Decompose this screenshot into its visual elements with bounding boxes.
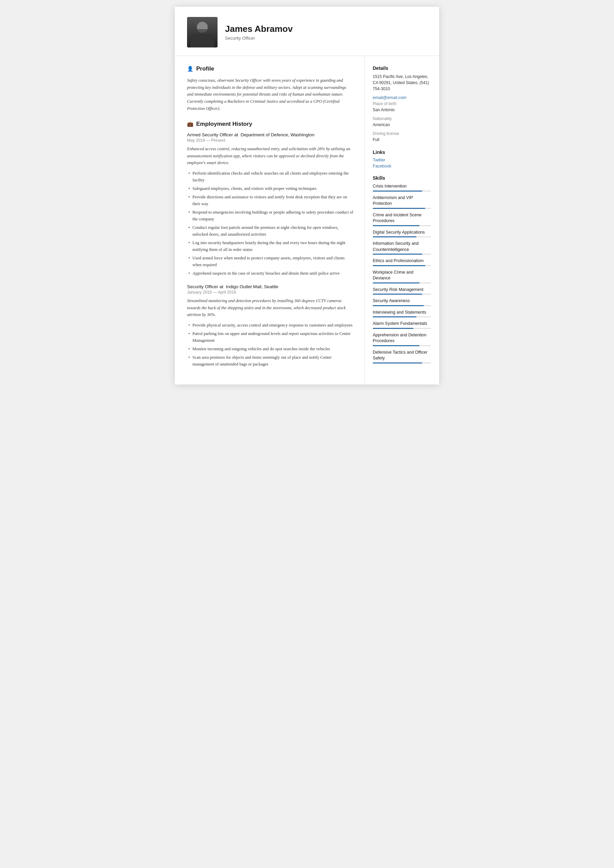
skills-list: Crisis Intervention Antiterrorism and VI… — [373, 183, 431, 363]
skill-item: Apprehension and Detention Procedures — [373, 332, 431, 346]
job-1-desc: Enhanced access control, reducing unauth… — [187, 146, 354, 166]
avatar — [187, 17, 217, 48]
avatar-body — [191, 34, 214, 48]
skill-bar-fill — [373, 236, 416, 238]
skills-section: Skills Crisis Intervention Antiterrorism… — [373, 175, 431, 363]
skill-bar — [373, 305, 431, 306]
list-item: Safeguard employees, clients, and visito… — [187, 185, 354, 192]
place-of-birth-value: San Antonio — [373, 107, 431, 113]
skill-bar-fill — [373, 208, 425, 209]
skill-bar-fill — [373, 254, 422, 255]
skill-name: Antiterrorism and VIP Protection — [373, 195, 431, 207]
skill-name: Information Security and Counterintellig… — [373, 241, 431, 253]
skill-bar-fill — [373, 345, 420, 346]
list-item: Scan area premises for objects and items… — [187, 354, 354, 368]
skill-bar-fill — [373, 225, 420, 226]
header-info: James Abramov Security Officer — [225, 24, 293, 41]
skill-name: Security Risk Management — [373, 287, 431, 293]
links-section: Links Twitter Facebook — [373, 149, 431, 169]
list-item: Monitor incoming and outgoing vehicles a… — [187, 346, 354, 352]
right-column: Details 1515 Pacific Ave, Los Angeles, C… — [364, 56, 439, 385]
skill-name: Digital Security Applications — [373, 230, 431, 236]
skill-bar-fill — [373, 293, 422, 295]
skill-bar — [373, 265, 431, 266]
skill-item: Security Awareness — [373, 298, 431, 306]
employment-heading: 💼 Employment History — [187, 121, 354, 127]
details-section: Details 1515 Pacific Ave, Los Angeles, C… — [373, 65, 431, 143]
candidate-title: Security Officer — [225, 36, 293, 41]
links-heading: Links — [373, 149, 431, 155]
driving-license-label: Driving license — [373, 131, 431, 136]
details-email[interactable]: email@email.com — [373, 95, 431, 100]
skill-bar — [373, 225, 431, 226]
skill-name: Security Awareness — [373, 298, 431, 304]
skill-name: Alarm System Fundamentals — [373, 321, 431, 327]
skill-bar — [373, 328, 431, 329]
facebook-link[interactable]: Facebook — [373, 164, 431, 169]
job-2-title: Security Officer at Indigo Outlet Mall, … — [187, 284, 354, 289]
list-item: Log into security headquarters hourly du… — [187, 239, 354, 253]
twitter-link[interactable]: Twitter — [373, 158, 431, 162]
list-item: Used armed force when needed to protect … — [187, 255, 354, 268]
skill-item: Information Security and Counterintellig… — [373, 241, 431, 255]
employment-icon: 💼 — [187, 121, 194, 127]
skill-bar-fill — [373, 305, 424, 306]
skill-item: Crime and Incident Scene Procedures — [373, 212, 431, 226]
skill-bar — [373, 293, 431, 295]
skill-bar-fill — [373, 283, 420, 283]
skill-item: Workplace Crime and Deviance — [373, 270, 431, 283]
skill-bar-fill — [373, 328, 413, 329]
candidate-name: James Abramov — [225, 24, 293, 34]
job-2: Security Officer at Indigo Outlet Mall, … — [187, 284, 354, 368]
skill-bar-fill — [373, 191, 422, 192]
skill-bar-fill — [373, 265, 425, 266]
skill-item: Crisis Intervention — [373, 183, 431, 192]
list-item: Provide directions and assistance to vis… — [187, 194, 354, 207]
skill-bar — [373, 191, 431, 192]
skill-item: Ethics and Professionalism — [373, 258, 431, 266]
header: James Abramov Security Officer — [175, 7, 439, 56]
skill-item: Defensive Tactics and Officer Safety — [373, 349, 431, 363]
job-2-bullets: Provide physical security, access contro… — [187, 322, 354, 368]
job-1: Armed Security Officer at Department of … — [187, 132, 354, 277]
skill-item: Antiterrorism and VIP Protection — [373, 195, 431, 209]
place-of-birth-label: Place of birth — [373, 101, 431, 106]
nationality-label: Nationality — [373, 116, 431, 121]
skills-heading: Skills — [373, 175, 431, 181]
skill-item: Digital Security Applications — [373, 230, 431, 238]
job-1-date: May 2019 — Present — [187, 138, 354, 143]
skill-bar — [373, 362, 431, 363]
list-item: Perform identification checks and vehicl… — [187, 170, 354, 183]
resume-container: James Abramov Security Officer 👤 Profile… — [175, 7, 439, 385]
skill-name: Interviewing and Statements — [373, 309, 431, 316]
skill-name: Crime and Incident Scene Procedures — [373, 212, 431, 224]
left-column: 👤 Profile Safety conscious, observant Se… — [175, 56, 364, 385]
skill-bar — [373, 316, 431, 317]
list-item: Conduct regular foot patrols around the … — [187, 224, 354, 238]
main-layout: 👤 Profile Safety conscious, observant Se… — [175, 56, 439, 385]
profile-icon: 👤 — [187, 66, 194, 72]
skill-item: Security Risk Management — [373, 287, 431, 295]
employment-section: 💼 Employment History Armed Security Offi… — [187, 121, 354, 368]
profile-text: Safety conscious, observant Security Off… — [187, 77, 354, 112]
job-2-desc: Streamlined monitoring and detection pro… — [187, 297, 354, 318]
skill-bar — [373, 236, 431, 238]
details-heading: Details — [373, 65, 431, 71]
skill-bar-fill — [373, 316, 416, 317]
skill-name: Apprehension and Detention Procedures — [373, 332, 431, 344]
skill-name: Ethics and Professionalism — [373, 258, 431, 264]
list-item: Patrol parking lots on upper and undergr… — [187, 330, 354, 344]
list-item: Respond to emergencies involving buildin… — [187, 209, 354, 222]
avatar-silhouette — [187, 17, 217, 48]
job-1-title: Armed Security Officer at Department of … — [187, 132, 354, 137]
skill-bar — [373, 208, 431, 209]
driving-license-value: Full — [373, 137, 431, 143]
skill-bar — [373, 254, 431, 255]
skill-name: Workplace Crime and Deviance — [373, 270, 431, 281]
skill-bar-fill — [373, 362, 422, 363]
details-address: 1515 Pacific Ave, Los Angeles, CA 90291,… — [373, 74, 431, 92]
skill-item: Interviewing and Statements — [373, 309, 431, 318]
profile-section: 👤 Profile Safety conscious, observant Se… — [187, 65, 354, 112]
list-item: Apprehend suspects in the case of securi… — [187, 270, 354, 277]
profile-heading: 👤 Profile — [187, 65, 354, 72]
